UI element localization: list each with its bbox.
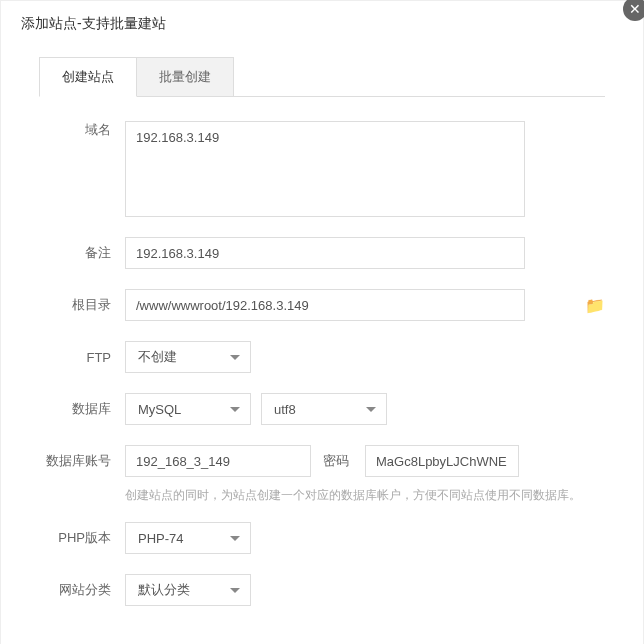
label-ftp: FTP bbox=[39, 350, 125, 365]
tabs: 创建站点 批量创建 bbox=[39, 57, 605, 97]
tab-batch-create[interactable]: 批量创建 bbox=[137, 57, 234, 97]
category-select[interactable]: 默认分类 bbox=[125, 574, 251, 606]
db-type-select[interactable]: MySQL bbox=[125, 393, 251, 425]
label-php: PHP版本 bbox=[39, 529, 125, 547]
tab-create-site[interactable]: 创建站点 bbox=[39, 57, 137, 97]
add-site-modal: ✕ 添加站点-支持批量建站 创建站点 批量创建 域名 192.168.3.149… bbox=[0, 0, 644, 644]
db-password-input[interactable] bbox=[365, 445, 519, 477]
domain-input[interactable]: 192.168.3.149 bbox=[125, 121, 525, 217]
ftp-select[interactable]: 不创建 bbox=[125, 341, 251, 373]
root-dir-input[interactable] bbox=[125, 289, 525, 321]
label-root: 根目录 bbox=[39, 296, 125, 314]
close-icon[interactable]: ✕ bbox=[623, 0, 644, 21]
label-db: 数据库 bbox=[39, 400, 125, 418]
db-account-input[interactable] bbox=[125, 445, 311, 477]
label-domain: 域名 bbox=[39, 121, 125, 139]
label-remark: 备注 bbox=[39, 244, 125, 262]
remark-input[interactable] bbox=[125, 237, 525, 269]
db-charset-select[interactable]: utf8 bbox=[261, 393, 387, 425]
php-version-select[interactable]: PHP-74 bbox=[125, 522, 251, 554]
modal-title: 添加站点-支持批量建站 bbox=[1, 1, 643, 47]
folder-icon[interactable]: 📁 bbox=[585, 296, 605, 315]
label-category: 网站分类 bbox=[39, 581, 125, 599]
label-db-account: 数据库账号 bbox=[39, 452, 125, 470]
label-db-password: 密码 bbox=[323, 452, 349, 470]
db-hint: 创建站点的同时，为站点创建一个对应的数据库帐户，方便不同站点使用不同数据库。 bbox=[125, 487, 605, 504]
